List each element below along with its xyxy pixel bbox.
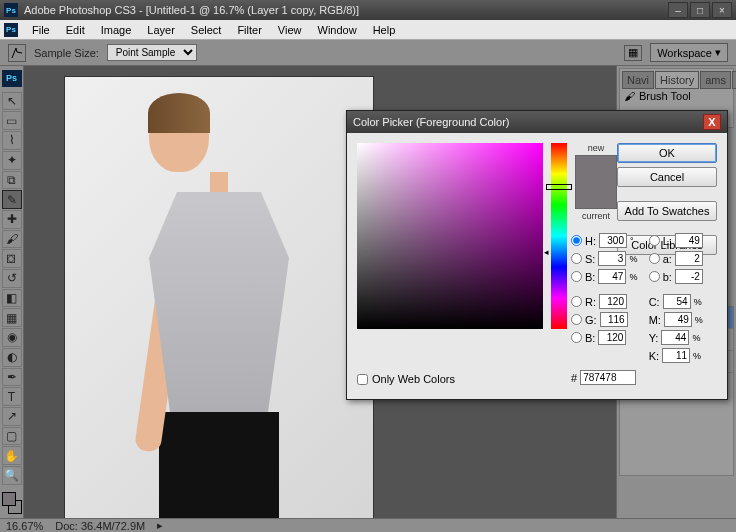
k-field[interactable]	[662, 348, 690, 363]
pen-tool[interactable]: ✒	[2, 368, 22, 387]
stamp-tool[interactable]: ⛋	[2, 249, 22, 268]
sv-cursor-prev	[362, 261, 370, 269]
menu-filter[interactable]: Filter	[229, 22, 269, 38]
bl-field[interactable]	[598, 330, 626, 345]
dodge-tool[interactable]: ◐	[2, 348, 22, 367]
menu-window[interactable]: Window	[310, 22, 365, 38]
hex-field[interactable]	[580, 370, 636, 385]
lab-b-field[interactable]	[675, 269, 703, 284]
app-logo: Ps	[4, 23, 18, 37]
cancel-button[interactable]: Cancel	[617, 167, 717, 187]
minimize-button[interactable]: –	[668, 2, 688, 18]
color-swatches[interactable]	[2, 492, 22, 514]
c-field[interactable]	[663, 294, 691, 309]
ps-badge: Ps	[2, 70, 22, 87]
zoom-tool[interactable]: 🔍	[2, 466, 22, 485]
menu-layer[interactable]: Layer	[139, 22, 183, 38]
only-web-label: Only Web Colors	[372, 373, 455, 385]
hue-slider[interactable]	[551, 143, 567, 329]
dialog-titlebar[interactable]: Color Picker (Foreground Color) X	[347, 111, 727, 133]
app-icon: Ps	[4, 3, 18, 17]
a-field[interactable]	[675, 251, 703, 266]
menu-edit[interactable]: Edit	[58, 22, 93, 38]
h-field[interactable]	[599, 233, 627, 248]
status-bar: 16.67% Doc: 36.4M/72.9M ▸	[0, 518, 736, 532]
lasso-tool[interactable]: ⌇	[2, 131, 22, 150]
s-radio[interactable]	[571, 253, 582, 264]
g-field[interactable]	[600, 312, 628, 327]
image-content	[149, 97, 289, 518]
tab-history[interactable]: History	[655, 71, 699, 89]
workspace-icon[interactable]: ▦	[624, 45, 642, 61]
l-radio[interactable]	[649, 235, 660, 246]
menu-file[interactable]: File	[24, 22, 58, 38]
doc-size: Doc: 36.4M/72.9M	[55, 520, 145, 532]
window-title: Adobe Photoshop CS3 - [Untitled-1 @ 16.7…	[24, 4, 668, 16]
tab-info[interactable]: Info	[732, 71, 736, 89]
hex-label: #	[571, 372, 577, 384]
hue-thumb[interactable]	[546, 184, 572, 190]
tab-histogram[interactable]: ams	[700, 71, 731, 89]
arrow-left-icon: ◂	[544, 247, 549, 257]
menu-image[interactable]: Image	[93, 22, 140, 38]
shape-tool[interactable]: ▢	[2, 427, 22, 446]
foreground-swatch[interactable]	[2, 492, 16, 506]
new-color-swatch	[576, 156, 616, 182]
workspace-button[interactable]: Workspace▾	[650, 43, 728, 62]
dialog-title: Color Picker (Foreground Color)	[353, 116, 703, 128]
eyedropper-tool[interactable]: ✎	[2, 190, 22, 209]
chevron-down-icon: ▾	[715, 46, 721, 59]
menu-help[interactable]: Help	[365, 22, 404, 38]
brush-icon: 🖌	[624, 90, 635, 102]
a-radio[interactable]	[649, 253, 660, 264]
b-radio[interactable]	[571, 271, 582, 282]
gradient-tool[interactable]: ▦	[2, 308, 22, 327]
heal-tool[interactable]: ✚	[2, 210, 22, 229]
sample-size-label: Sample Size:	[34, 47, 99, 59]
menubar: Ps File Edit Image Layer Select Filter V…	[0, 20, 736, 40]
tool-palette: Ps ↖ ▭ ⌇ ✦ ⧉ ✎ ✚ 🖌 ⛋ ↺ ◧ ▦ ◉ ◐ ✒ T ↗ ▢ ✋…	[0, 66, 24, 518]
s-field[interactable]	[598, 251, 626, 266]
wand-tool[interactable]: ✦	[2, 151, 22, 170]
eraser-tool[interactable]: ◧	[2, 289, 22, 308]
close-button[interactable]: ×	[712, 2, 732, 18]
move-tool[interactable]: ↖	[2, 92, 22, 111]
menu-view[interactable]: View	[270, 22, 310, 38]
current-color-swatch	[576, 182, 616, 208]
maximize-button[interactable]: □	[690, 2, 710, 18]
brush-tool[interactable]: 🖌	[2, 230, 22, 249]
titlebar: Ps Adobe Photoshop CS3 - [Untitled-1 @ 1…	[0, 0, 736, 20]
zoom-level[interactable]: 16.67%	[6, 520, 43, 532]
r-field[interactable]	[599, 294, 627, 309]
dialog-close-button[interactable]: X	[703, 114, 721, 130]
saturation-value-field[interactable]: ◂	[357, 143, 543, 329]
sv-cursor[interactable]	[362, 248, 370, 256]
only-web-colors-checkbox[interactable]	[357, 374, 368, 385]
hand-tool[interactable]: ✋	[2, 446, 22, 465]
marquee-tool[interactable]: ▭	[2, 111, 22, 130]
y-field[interactable]	[661, 330, 689, 345]
menu-select[interactable]: Select	[183, 22, 230, 38]
current-tool-icon[interactable]	[8, 44, 26, 62]
r-radio[interactable]	[571, 296, 582, 307]
blur-tool[interactable]: ◉	[2, 328, 22, 347]
path-tool[interactable]: ↗	[2, 407, 22, 426]
history-brush-tool[interactable]: ↺	[2, 269, 22, 288]
tab-navigator[interactable]: Navi	[622, 71, 654, 89]
h-radio[interactable]	[571, 235, 582, 246]
crop-tool[interactable]: ⧉	[2, 171, 22, 190]
add-to-swatches-button[interactable]: Add To Swatches	[617, 201, 717, 221]
b-field[interactable]	[598, 269, 626, 284]
color-picker-dialog: Color Picker (Foreground Color) X ◂ new …	[346, 110, 728, 400]
sample-size-select[interactable]: Point Sample	[107, 44, 197, 61]
bl-radio[interactable]	[571, 332, 582, 343]
l-field[interactable]	[675, 233, 703, 248]
g-radio[interactable]	[571, 314, 582, 325]
m-field[interactable]	[664, 312, 692, 327]
chevron-right-icon[interactable]: ▸	[157, 519, 163, 532]
type-tool[interactable]: T	[2, 387, 22, 406]
ok-button[interactable]: OK	[617, 143, 717, 163]
document-canvas[interactable]	[64, 76, 374, 518]
lab-b-radio[interactable]	[649, 271, 660, 282]
history-item[interactable]: 🖌 Brush Tool	[620, 89, 733, 103]
